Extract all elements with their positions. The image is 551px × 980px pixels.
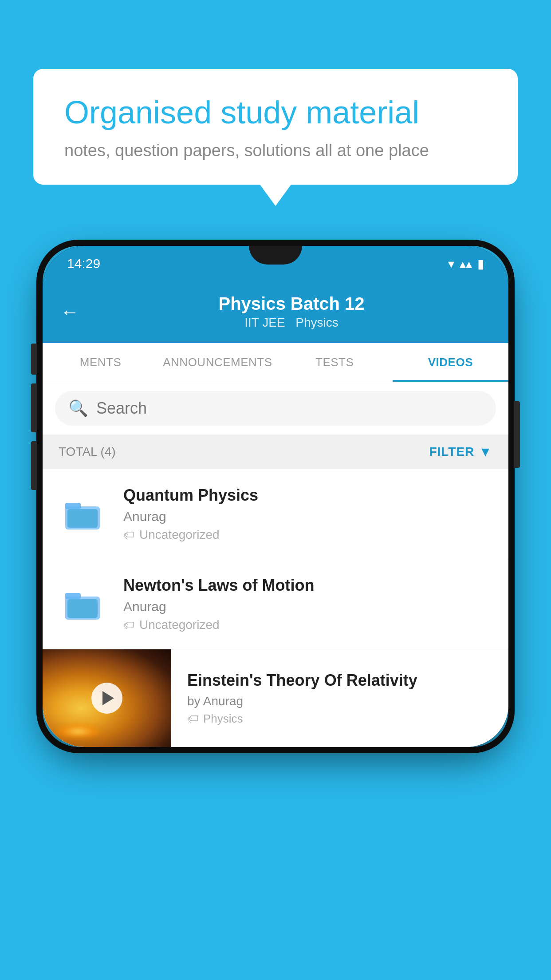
video-title: Newton's Laws of Motion [123, 576, 492, 595]
notch [249, 246, 302, 265]
total-count: TOTAL (4) [59, 445, 116, 459]
video-info-newton: Newton's Laws of Motion Anurag 🏷 Uncateg… [123, 576, 492, 632]
tag-icon: 🏷 [187, 712, 199, 726]
phone: 14:29 ▾ ▴▴ ▮ ← Physics Batch 12 IIT JEE … [43, 246, 508, 747]
tab-videos[interactable]: VIDEOS [393, 343, 508, 382]
side-button-power [514, 401, 520, 468]
filter-label: FILTER [429, 445, 474, 459]
tag-label: Physics [203, 712, 243, 726]
filter-funnel-icon: ▼ [479, 444, 492, 459]
tag-icon: 🏷 [123, 618, 135, 632]
battery-icon: ▮ [477, 257, 484, 271]
subtitle-physics: Physics [295, 316, 338, 329]
status-time: 14:29 [67, 256, 100, 271]
search-input-wrapper[interactable]: 🔍 [55, 391, 496, 426]
search-input[interactable] [96, 399, 483, 418]
play-button-icon[interactable] [91, 683, 122, 714]
side-button-vol-toggle [31, 344, 37, 375]
app-bar-title: Physics Batch 12 IIT JEE Physics [92, 294, 491, 330]
wifi-icon: ▾ [448, 257, 454, 271]
video-thumbnail-newton [59, 580, 107, 628]
phone-border: 14:29 ▾ ▴▴ ▮ ← Physics Batch 12 IIT JEE … [36, 240, 515, 753]
video-list: Quantum Physics Anurag 🏷 Uncategorized [43, 469, 508, 747]
tab-tests[interactable]: TESTS [277, 343, 393, 382]
tag-icon: 🏷 [123, 528, 135, 542]
filter-button[interactable]: FILTER ▼ [429, 444, 492, 459]
app-title: Physics Batch 12 [92, 294, 491, 314]
svg-rect-1 [65, 503, 81, 509]
list-item[interactable]: Quantum Physics Anurag 🏷 Uncategorized [43, 469, 508, 559]
tab-announcements[interactable]: ANNOUNCEMENTS [158, 343, 276, 382]
status-icons: ▾ ▴▴ ▮ [448, 257, 484, 271]
search-icon: 🔍 [68, 399, 88, 418]
speech-bubble: Organised study material notes, question… [33, 69, 518, 185]
video-author: by Anurag [187, 694, 492, 708]
speech-bubble-heading: Organised study material [64, 93, 487, 131]
side-button-vol-down [31, 441, 37, 490]
video-tag: 🏷 Uncategorized [123, 618, 492, 632]
tabs-bar: MENTS ANNOUNCEMENTS TESTS VIDEOS [43, 343, 508, 382]
video-title: Quantum Physics [123, 486, 492, 505]
back-button[interactable]: ← [60, 301, 79, 323]
app-subtitle: IIT JEE Physics [92, 316, 491, 330]
list-item[interactable]: Newton's Laws of Motion Anurag 🏷 Uncateg… [43, 559, 508, 649]
svg-rect-2 [67, 509, 98, 528]
video-info-quantum: Quantum Physics Anurag 🏷 Uncategorized [123, 486, 492, 542]
tag-label: Uncategorized [139, 528, 220, 542]
status-bar: 14:29 ▾ ▴▴ ▮ [43, 246, 508, 281]
video-tag: 🏷 Uncategorized [123, 528, 492, 542]
filter-bar: TOTAL (4) FILTER ▼ [43, 435, 508, 469]
thumb-glow [56, 725, 100, 738]
video-thumbnail-einstein [43, 649, 171, 747]
video-info-einstein: Einstein's Theory Of Relativity by Anura… [171, 657, 508, 740]
video-title: Einstein's Theory Of Relativity [187, 671, 492, 690]
video-author: Anurag [123, 599, 492, 614]
phone-wrapper: 14:29 ▾ ▴▴ ▮ ← Physics Batch 12 IIT JEE … [36, 240, 515, 980]
video-author: Anurag [123, 509, 492, 524]
speech-bubble-subtext: notes, question papers, solutions all at… [64, 141, 487, 160]
subtitle-iitjee: IIT JEE [244, 316, 285, 329]
video-thumbnail-quantum [59, 490, 107, 538]
tag-label: Uncategorized [139, 618, 220, 632]
signal-icon: ▴▴ [460, 257, 472, 271]
speech-bubble-container: Organised study material notes, question… [33, 69, 518, 185]
app-bar: ← Physics Batch 12 IIT JEE Physics [43, 281, 508, 343]
tab-ments[interactable]: MENTS [43, 343, 158, 382]
search-bar: 🔍 [43, 382, 508, 435]
video-tag: 🏷 Physics [187, 712, 492, 726]
svg-rect-4 [65, 593, 81, 599]
svg-rect-5 [67, 599, 98, 618]
side-button-vol-up [31, 383, 37, 432]
list-item[interactable]: Einstein's Theory Of Relativity by Anura… [43, 649, 508, 747]
